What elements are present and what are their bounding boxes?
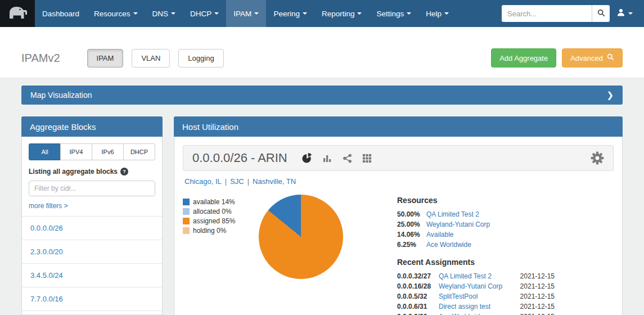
nav-item-resources[interactable]: Resources (87, 0, 145, 27)
list-item-block[interactable]: 3.4.5.0/24 (22, 264, 162, 287)
utilization-pie (259, 195, 343, 279)
tab-ipam[interactable]: IPAM (87, 49, 124, 68)
caret-down-icon (628, 12, 633, 15)
filter-tab-all[interactable]: All (29, 143, 61, 160)
resource-link[interactable]: Available (426, 231, 453, 238)
assignment-date: 2021-12-15 (520, 272, 555, 280)
caret-down-icon (357, 12, 362, 15)
resource-link[interactable]: QA Limited Test 2 (426, 210, 479, 218)
assignment-link[interactable]: Ace Worldwide (439, 313, 520, 315)
location-link[interactable]: Chicago, IL (184, 177, 222, 186)
assignment-cidr: 0.0.0.6/31 (397, 303, 439, 310)
assignment-cidr: 0.0.0.0/30 (397, 313, 439, 315)
legend-label: available 14% (193, 198, 235, 206)
top-navbar: Dashboard Resources DNS DHCP IPAM Peerin… (0, 0, 644, 27)
assignment-link[interactable]: SplitTestPool (439, 292, 520, 300)
filter-tab-ipv6[interactable]: IPv6 (92, 143, 124, 160)
caret-down-icon (444, 12, 449, 15)
nav-item-peering[interactable]: Peering (266, 0, 314, 27)
filter-tab-dhcp[interactable]: DHCP (123, 143, 155, 160)
nav-label: Reporting (322, 10, 355, 18)
nav-label: Dashboard (42, 10, 79, 18)
nav-label: DHCP (190, 10, 211, 18)
resources-title: Resources (397, 196, 555, 205)
page-header: IPAMv2 IPAM VLAN Logging Add Aggregate A… (0, 27, 644, 78)
view-toggle-icons (302, 153, 372, 163)
elephant-logo-icon (7, 5, 28, 22)
tab-logging[interactable]: Logging (178, 49, 223, 68)
legend-item: holding 0% (183, 227, 259, 235)
search-input[interactable] (502, 5, 592, 22)
resource-link[interactable]: Weyland-Yutani Corp (426, 220, 490, 228)
assignment-cidr: 0.0.0.32/27 (397, 272, 439, 280)
assignment-link[interactable]: Weyland-Yutani Corp (439, 282, 520, 290)
assignment-link[interactable]: QA Limited Test 2 (439, 272, 520, 280)
nav-label: Peering (273, 10, 300, 18)
assignment-row: 0.0.0.5/32SplitTestPool2021-12-15 (397, 292, 555, 300)
nav-item-settings[interactable]: Settings (369, 0, 418, 27)
host-utilization-body: 0.0.0.0/26 - ARIN (174, 137, 623, 315)
caret-down-icon (407, 12, 411, 15)
nav-label: DNS (152, 10, 169, 18)
legend-swatch (183, 208, 190, 215)
aggregate-block-list: 0.0.0.0/26 2.3.0.0/20 3.4.5.0/24 7.7.0.0… (22, 216, 162, 315)
aggregate-blocks-header: Aggregate Blocks (21, 116, 163, 137)
assignment-row: 0.0.0.6/31Direct assign test2021-12-15 (397, 303, 555, 310)
resource-link[interactable]: Ace Worldwide (426, 241, 471, 249)
legend-item: assigned 85% (183, 217, 259, 225)
bar-chart-icon[interactable] (322, 153, 332, 163)
gear-icon[interactable] (591, 151, 604, 165)
legend-swatch (183, 218, 190, 224)
caret-down-icon (254, 12, 259, 15)
help-icon[interactable]: ? (120, 168, 128, 176)
assignment-date: 2021-12-15 (520, 303, 555, 310)
location-link[interactable]: Nashville, TN (253, 177, 296, 186)
legend-item: allocated 0% (183, 208, 259, 215)
cidr-filter-input[interactable] (29, 181, 155, 196)
legend-swatch (183, 227, 190, 234)
utilization-chart-area: available 14% allocated 0% assigned 85% … (183, 195, 614, 315)
caret-down-icon (133, 12, 138, 15)
add-aggregate-button[interactable]: Add Aggregate (491, 48, 556, 68)
filter-tab-ipv4[interactable]: IPV4 (60, 143, 92, 160)
nav-item-reporting[interactable]: Reporting (314, 0, 370, 27)
nav-item-dns[interactable]: DNS (145, 0, 183, 27)
map-visualization-toggle[interactable]: Map Visualization ❯ (21, 86, 623, 105)
nav-item-help[interactable]: Help (418, 0, 456, 27)
nav-item-dhcp[interactable]: DHCP (183, 0, 226, 27)
list-item-block[interactable]: 2.3.0.0/20 (22, 240, 162, 264)
assignment-row: 0.0.0.0/30Ace Worldwide2021-12-15 (397, 313, 555, 315)
aggregate-blocks-body: All IPV4 IPv6 DHCP Listing all aggregate… (21, 137, 163, 315)
grid-icon[interactable] (362, 154, 372, 163)
caret-down-icon (214, 12, 219, 15)
list-item-block[interactable]: 7.7.0.0/16 (22, 287, 162, 311)
search-icon (597, 9, 605, 19)
nav-item-ipam[interactable]: IPAM (226, 0, 266, 27)
utilization-stats: Resources 50.00%QA Limited Test 2 25.00%… (397, 195, 555, 315)
more-filters-link[interactable]: more filters > (29, 202, 68, 210)
separator: | (225, 177, 227, 186)
nav-label: Resources (94, 10, 130, 18)
chart-legend: available 14% allocated 0% assigned 85% … (183, 195, 259, 315)
nav-item-dashboard[interactable]: Dashboard (35, 0, 87, 27)
advanced-button[interactable]: Advanced (562, 48, 623, 68)
listing-label-text: Listing all aggregate blocks (29, 168, 118, 176)
assignment-date: 2021-12-15 (520, 313, 555, 315)
page-title: IPAMv2 (21, 52, 60, 65)
header-actions: Add Aggregate Advanced (491, 48, 623, 68)
user-menu-button[interactable] (610, 8, 640, 19)
assignment-link[interactable]: Direct assign test (439, 303, 520, 310)
tab-vlan[interactable]: VLAN (132, 49, 170, 68)
assignment-cidr: 0.0.0.16/28 (397, 282, 439, 290)
list-item-block[interactable]: 0.0.0.0/26 (22, 217, 162, 240)
share-icon[interactable] (343, 154, 352, 163)
app-logo[interactable] (0, 0, 35, 27)
separator: | (247, 177, 249, 186)
legend-label: assigned 85% (193, 217, 235, 225)
resource-row: 14.06%Available (397, 231, 555, 238)
location-link[interactable]: SJC (230, 177, 244, 186)
pie-chart-icon[interactable] (302, 153, 312, 163)
resource-percent: 50.00% (397, 210, 426, 218)
search-button[interactable] (592, 5, 610, 22)
host-utilization-panel: Host Utilization 0.0.0.0/26 - ARIN (174, 116, 623, 315)
